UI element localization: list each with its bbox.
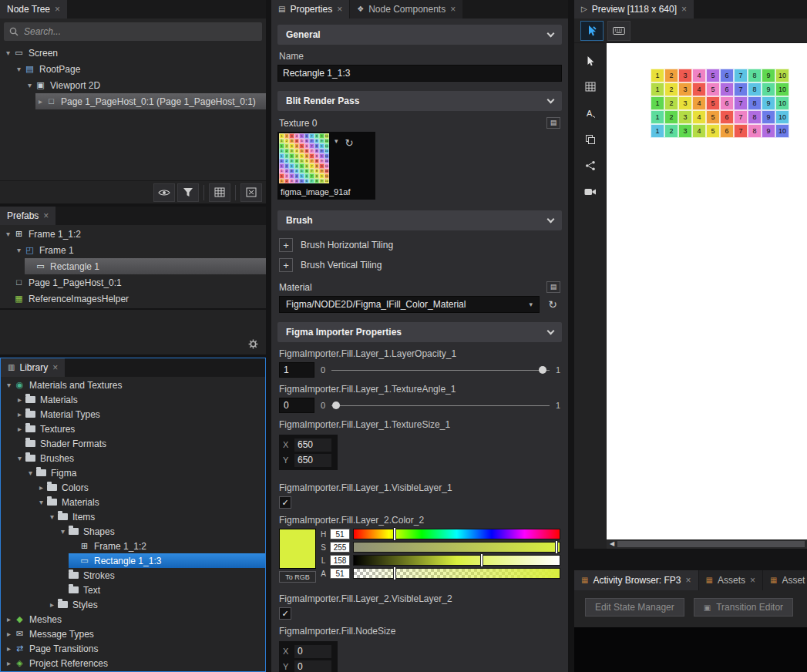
tree-item-styles[interactable]: ▸Styles (1, 597, 265, 612)
node-size-x-input[interactable] (294, 645, 331, 658)
close-icon[interactable]: × (685, 576, 691, 585)
alpha-input[interactable] (330, 568, 350, 579)
expand-arrow-icon[interactable]: ▸ (4, 630, 14, 638)
tree-item-rectangle-1[interactable]: ▭Rectangle 1 (0, 258, 266, 274)
section-brush[interactable]: Brush (277, 210, 562, 230)
grid-close-icon[interactable] (240, 183, 262, 202)
section-blit-render-pass[interactable]: Blit Render Pass (277, 91, 562, 111)
bar-marker[interactable] (481, 554, 483, 566)
tree-item-textures[interactable]: ▸Textures (1, 422, 265, 436)
lightness-input[interactable] (330, 555, 350, 566)
visible-layer2-checkbox[interactable]: ✓ (279, 607, 291, 620)
add-icon[interactable]: + (279, 238, 293, 252)
expand-arrow-icon[interactable]: ▸ (15, 411, 25, 418)
collapse-arrow-icon[interactable]: ▾ (14, 247, 24, 254)
filter-icon[interactable] (177, 183, 199, 202)
text-tool-icon[interactable]: A (579, 103, 602, 123)
tree-item-referenceimageshelper[interactable]: ▦ReferenceImagesHelper (0, 291, 266, 307)
tree-item-figma[interactable]: ▾Figma (1, 465, 265, 480)
close-icon[interactable]: × (337, 5, 342, 14)
slider-handle[interactable] (539, 366, 546, 374)
section-general[interactable]: General (277, 25, 562, 45)
name-input[interactable] (277, 65, 562, 82)
tree-item-screen[interactable]: ▾▭Screen (0, 45, 266, 61)
tab-library[interactable]: ▥ Library × (1, 358, 65, 377)
layers-icon[interactable] (579, 129, 602, 149)
tree-item-page-1-pagehost-0-1-page-1-pagehost-0-1-[interactable]: ▸□Page 1_PageHost_0:1 (Page 1_PageHost_0… (0, 93, 266, 109)
tab-assets[interactable]: ▦ Assets × (699, 570, 762, 590)
search-input[interactable] (4, 22, 262, 41)
expand-arrow-icon[interactable]: ▸ (15, 396, 25, 404)
texture-angle-input[interactable] (279, 398, 314, 413)
tree-item-frame-1-1-2[interactable]: ▾⊞Frame 1_1:2 (0, 226, 266, 242)
expand-arrow-icon[interactable]: ▸ (35, 98, 45, 106)
add-icon[interactable]: + (279, 258, 293, 272)
tab-node-components[interactable]: ❖ Node Components × (350, 0, 462, 18)
alpha-bar[interactable] (353, 568, 560, 579)
lightness-bar[interactable] (353, 555, 560, 566)
tree-item-text[interactable]: Text (1, 583, 265, 597)
layer-opacity-input[interactable] (279, 362, 314, 378)
tree-item-materials[interactable]: ▾Materials (1, 495, 265, 509)
collapse-arrow-icon[interactable]: ▾ (36, 499, 46, 506)
close-icon[interactable]: × (55, 5, 60, 14)
close-icon[interactable]: × (750, 576, 755, 585)
tree-item-viewport-2d[interactable]: ▾▣Viewport 2D (0, 77, 266, 93)
expand-arrow-icon[interactable]: ▸ (36, 484, 46, 492)
tree-item-meshes[interactable]: ▸◆Meshes (1, 612, 265, 627)
close-icon[interactable]: × (43, 211, 49, 220)
collapse-arrow-icon[interactable]: ▾ (14, 66, 24, 73)
slider-handle[interactable] (332, 402, 340, 409)
close-icon[interactable]: × (52, 363, 58, 372)
collapse-arrow-icon[interactable]: ▾ (25, 82, 35, 89)
layer-opacity-slider[interactable] (331, 365, 550, 375)
expand-arrow-icon[interactable]: ▸ (47, 601, 57, 609)
saturation-input[interactable] (330, 542, 350, 553)
tree-item-colors[interactable]: ▸Colors (1, 480, 265, 495)
expand-arrow-icon[interactable]: ▸ (4, 645, 14, 653)
tab-prefabs[interactable]: Prefabs × (0, 207, 55, 225)
expand-arrow-icon[interactable]: ▸ (4, 616, 14, 623)
keyboard-icon[interactable] (607, 21, 630, 41)
tree-item-material-types[interactable]: ▸Material Types (1, 407, 265, 422)
collapse-arrow-icon[interactable]: ▾ (47, 513, 57, 521)
saturation-bar[interactable] (353, 542, 560, 553)
tree-item-rectangle-1-1-3[interactable]: ▭Rectangle 1_1:3 (1, 553, 265, 568)
tree-item-brushes[interactable]: ▾Brushes (1, 451, 265, 465)
visible-layer1-checkbox[interactable]: ✓ (279, 496, 291, 509)
bar-marker[interactable] (394, 528, 395, 540)
tree-item-strokes[interactable]: Strokes (1, 568, 265, 583)
collapse-arrow-icon[interactable]: ▾ (25, 469, 35, 477)
share-icon[interactable] (579, 156, 602, 175)
horizontal-scrollbar[interactable]: ◀ (607, 539, 807, 549)
collapse-arrow-icon[interactable]: ▾ (15, 455, 25, 462)
tree-item-frame-1[interactable]: ▾◰Frame 1 (0, 242, 266, 258)
cursor-icon[interactable] (579, 51, 602, 70)
collapse-arrow-icon[interactable]: ▾ (3, 230, 13, 238)
hue-bar[interactable] (353, 529, 560, 539)
collapse-arrow-icon[interactable]: ▾ (4, 381, 14, 389)
collapse-arrow-icon[interactable]: ▾ (3, 49, 13, 57)
scrollbar-thumb[interactable] (617, 541, 805, 547)
tree-item-shader-formats[interactable]: Shader Formats (1, 436, 265, 451)
texture-dropdown-icon[interactable]: ▾ (335, 138, 338, 145)
texture-menu-icon[interactable]: ▤ (546, 117, 560, 129)
tree-item-items[interactable]: ▾Items (1, 509, 265, 524)
texture-refresh-icon[interactable]: ↻ (345, 138, 354, 148)
close-icon[interactable]: × (681, 5, 687, 14)
color-swatch[interactable] (279, 529, 316, 569)
texture-angle-slider[interactable] (331, 400, 550, 411)
tab-preview[interactable]: ▷ Preview [1118 x 640] × (574, 0, 694, 18)
texture-size-x-input[interactable] (294, 438, 331, 452)
bar-marker[interactable] (556, 541, 557, 553)
camera-icon[interactable] (579, 182, 602, 201)
material-refresh-icon[interactable]: ↻ (545, 297, 560, 312)
node-size-y-input[interactable] (294, 660, 331, 672)
tree-item-project-references[interactable]: ▸◈Project References (1, 656, 265, 670)
tab-properties[interactable]: ▤ Properties × (271, 0, 349, 18)
tree-item-page-transitions[interactable]: ▸⇄Page Transitions (1, 641, 265, 656)
hue-input[interactable] (330, 529, 350, 539)
grid-icon[interactable] (579, 77, 602, 96)
tab-node-tree[interactable]: Node Tree × (0, 0, 67, 18)
tab-asset-clipped[interactable]: ▦ Asset × (763, 570, 807, 590)
